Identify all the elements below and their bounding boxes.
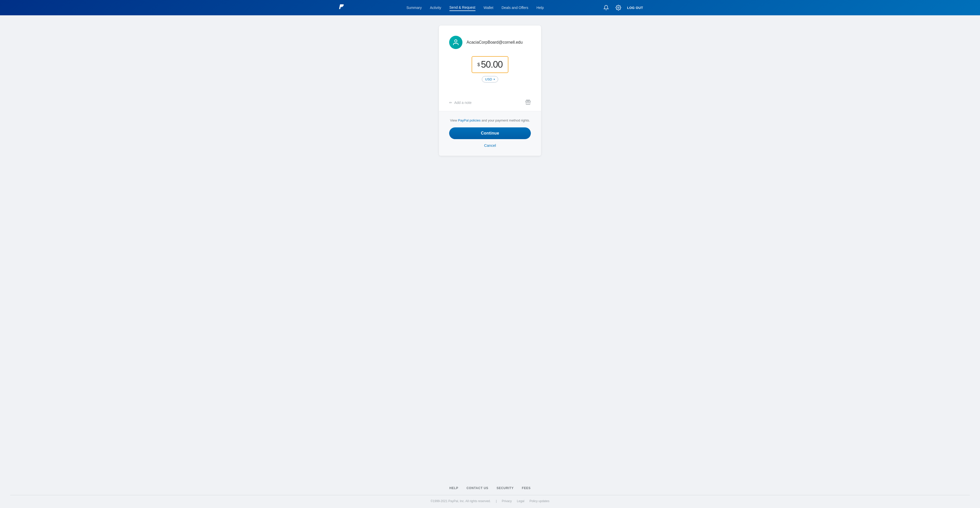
chevron-down-icon: ▾ <box>493 78 495 81</box>
footer-bottom: ©1999-2021 PayPal, Inc. All rights reser… <box>10 499 970 503</box>
settings-icon[interactable] <box>615 4 622 11</box>
footer-link-help[interactable]: HELP <box>449 486 458 490</box>
cancel-link[interactable]: Cancel <box>484 143 496 148</box>
policy-text: View PayPal policies and your payment me… <box>450 118 530 122</box>
footer-links: HELP CONTACT US SECURITY FEES <box>10 486 970 490</box>
footer-link-fees[interactable]: FEES <box>522 486 531 490</box>
pencil-icon: ✏ <box>449 100 452 105</box>
payment-card: AcaciaCorpBoard@cornell.edu $ 50.00 USD … <box>439 25 541 156</box>
nav-send-request[interactable]: Send & Request <box>449 4 476 11</box>
header: Summary Activity Send & Request Wallet D… <box>0 0 980 15</box>
note-row[interactable]: ✏ Add a note <box>439 94 541 111</box>
amount-input-wrapper[interactable]: $ 50.00 <box>472 56 508 73</box>
payment-card-bottom: View PayPal policies and your payment me… <box>439 111 541 156</box>
continue-button[interactable]: Continue <box>449 127 531 139</box>
nav-wallet[interactable]: Wallet <box>484 5 493 11</box>
footer-link-security[interactable]: SECURITY <box>496 486 514 490</box>
footer-privacy-link[interactable]: Privacy <box>502 499 512 503</box>
footer-policy-updates-link[interactable]: Policy updates <box>530 499 549 503</box>
nav-activity[interactable]: Activity <box>430 5 441 11</box>
footer-separator: | <box>496 499 496 503</box>
note-placeholder: Add a note <box>454 100 472 105</box>
gift-icon[interactable] <box>525 99 531 106</box>
paypal-policies-link[interactable]: PayPal policies <box>458 118 480 122</box>
nav-deals-offers[interactable]: Deals and Offers <box>501 5 528 11</box>
nav-links: Summary Activity Send & Request Wallet D… <box>358 4 592 11</box>
svg-point-0 <box>618 7 619 8</box>
payment-card-top: AcaciaCorpBoard@cornell.edu $ 50.00 USD … <box>439 25 541 94</box>
recipient-row: AcaciaCorpBoard@cornell.edu <box>449 36 531 49</box>
note-left: ✏ Add a note <box>449 100 472 105</box>
nav-summary[interactable]: Summary <box>407 5 422 11</box>
amount-container: $ 50.00 USD ▾ <box>449 56 531 83</box>
currency-symbol: $ <box>477 62 480 67</box>
nav-help[interactable]: Help <box>536 5 544 11</box>
footer: HELP CONTACT US SECURITY FEES ©1999-2021… <box>0 479 980 508</box>
currency-selector[interactable]: USD ▾ <box>482 76 498 83</box>
avatar <box>449 36 463 49</box>
header-actions: LOG OUT <box>603 4 643 11</box>
amount-value: 50.00 <box>481 59 503 70</box>
footer-copyright: ©1999-2021 PayPal, Inc. All rights reser… <box>431 499 491 503</box>
svg-point-1 <box>455 40 457 42</box>
currency-label: USD <box>485 77 492 81</box>
footer-legal-link[interactable]: Legal <box>517 499 524 503</box>
main-content: AcaciaCorpBoard@cornell.edu $ 50.00 USD … <box>0 15 980 479</box>
notifications-icon[interactable] <box>603 4 610 11</box>
logout-button[interactable]: LOG OUT <box>627 6 643 10</box>
recipient-email: AcaciaCorpBoard@cornell.edu <box>466 40 523 45</box>
paypal-logo <box>337 3 345 13</box>
footer-link-contact[interactable]: CONTACT US <box>466 486 488 490</box>
